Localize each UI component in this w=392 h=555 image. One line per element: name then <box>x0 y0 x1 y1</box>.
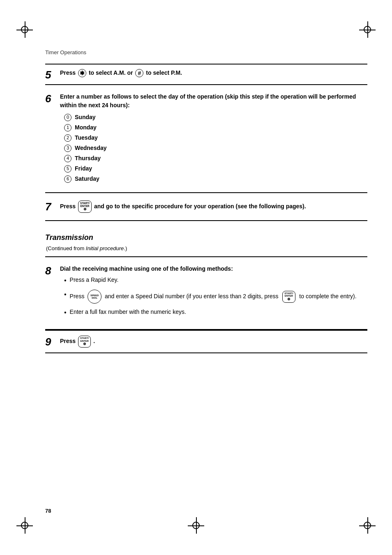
list-item: 0 Sunday <box>64 113 367 122</box>
transmission-title: Transmission <box>45 233 367 242</box>
step-8-row: 8 Dial the receiving machine using one o… <box>45 265 367 322</box>
day-list: 0 Sunday 1 Monday 2 Tuesday <box>64 113 367 183</box>
step-6-row: 6 Enter a number as follows to select th… <box>45 92 367 185</box>
day-sunday: Sunday <box>75 113 96 122</box>
step-6-text: Enter a number as follows to select the … <box>60 93 356 108</box>
bullet-1: Press a Rapid Key. <box>70 276 367 284</box>
step-9-text-after: . <box>93 338 95 344</box>
day-num-0: 0 <box>64 114 71 121</box>
reg-mark-bottom-right <box>359 517 376 534</box>
bullet-2: Press SPEED DIAL and enter a Speed Dial … <box>70 290 367 304</box>
day-num-1: 1 <box>64 124 71 131</box>
step-6-inner: 6 Enter a number as follows to select th… <box>45 89 367 188</box>
step-8-box: 8 Dial the receiving machine using one o… <box>45 256 367 330</box>
step-7-number: 7 <box>45 200 60 212</box>
step-5-text-middle: to select A.M. or <box>89 69 135 76</box>
reg-mark-bottom-center <box>188 517 204 534</box>
start-enter-button-9: START/ ENTER ⊕ <box>78 336 91 348</box>
step-8-content: Dial the receiving machine using one of … <box>60 265 367 322</box>
page-number: 78 <box>45 508 51 514</box>
header-label: Timer Operations <box>45 49 367 55</box>
step-7-content: Press START/ ENTER ⊕ and go to the speci… <box>60 200 367 213</box>
step-8-text: Dial the receiving machine using one of … <box>60 265 233 272</box>
hash-key-icon: # <box>135 69 143 77</box>
subtitle-italic: Initial procedure <box>86 245 124 251</box>
step-7-inner: 7 Press START/ ENTER ⊕ and go to the spe… <box>45 197 367 216</box>
step-7-text-after: and go to the specific procedure for you… <box>94 203 306 210</box>
step-8-inner: 8 Dial the receiving machine using one o… <box>45 261 367 325</box>
list-item: 1 Monday <box>64 123 367 132</box>
step-7-box: 7 Press START/ ENTER ⊕ and go to the spe… <box>45 193 367 221</box>
step-8-number: 8 <box>45 265 60 276</box>
step-5-text-after: to select P.M. <box>146 69 182 76</box>
section-gap <box>45 221 367 229</box>
reg-mark-top-left <box>16 21 33 38</box>
star-key-icon: ✱ <box>78 69 86 77</box>
day-num-3: 3 <box>64 145 71 152</box>
step-9-text-before: Press <box>60 338 77 344</box>
bullet-3: Enter a full fax number with the numeric… <box>70 308 367 316</box>
step-6-number: 6 <box>45 92 60 104</box>
day-num-2: 2 <box>64 134 71 142</box>
step-9-content: Press START/ ENTER ⊕ . <box>60 336 367 348</box>
list-item: 3 Wednesday <box>64 144 367 152</box>
list-item: 6 Saturday <box>64 175 367 183</box>
day-num-6: 6 <box>64 175 71 183</box>
list-item: Enter a full fax number with the numeric… <box>64 308 367 318</box>
day-friday: Friday <box>75 164 92 173</box>
list-item: Press SPEED DIAL and enter a Speed Dial … <box>64 290 367 304</box>
start-enter-button-8: START/ ENTER ⊕ <box>282 291 295 303</box>
list-item: 4 Thursday <box>64 154 367 163</box>
transmission-subtitle: (Continued from Initial procedure.) <box>46 245 367 251</box>
start-enter-button-7: START/ ENTER ⊕ <box>78 200 92 213</box>
reg-mark-top-right <box>359 21 376 38</box>
page: Timer Operations 5 Press ✱ to select A.M… <box>0 0 392 555</box>
speed-dial-icon: SPEED DIAL <box>88 290 101 304</box>
list-item: 5 Friday <box>64 164 367 173</box>
day-monday: Monday <box>75 123 97 132</box>
day-num-5: 5 <box>64 165 71 173</box>
subtitle-text-before: (Continued from <box>46 245 86 251</box>
day-saturday: Saturday <box>75 175 99 183</box>
reg-mark-bottom-left <box>16 517 33 534</box>
step-5-content: Press ✱ to select A.M. or # to select P.… <box>60 69 367 77</box>
list-item: 2 Tuesday <box>64 134 367 142</box>
step-5-number: 5 <box>45 69 60 80</box>
day-num-4: 4 <box>64 155 71 162</box>
step-9-number: 9 <box>45 336 60 347</box>
day-thursday: Thursday <box>75 154 101 163</box>
step-5-text-before: Press <box>60 69 77 76</box>
subtitle-text-end: .) <box>124 245 127 251</box>
day-tuesday: Tuesday <box>75 134 98 142</box>
step-5-row: 5 Press ✱ to select A.M. or # to select … <box>45 69 367 80</box>
page-content: Timer Operations 5 Press ✱ to select A.M… <box>45 49 367 353</box>
day-wednesday: Wednesday <box>75 144 107 152</box>
step-6-content: Enter a number as follows to select the … <box>60 92 367 185</box>
step-5-box: 5 Press ✱ to select A.M. or # to select … <box>45 64 367 85</box>
step-7-row: 7 Press START/ ENTER ⊕ and go to the spe… <box>45 200 367 213</box>
bullet-list: Press a Rapid Key. Press SPEED DIAL a <box>64 276 367 318</box>
step-6-box: 6 Enter a number as follows to select th… <box>45 85 367 193</box>
step-9-box: 9 Press START/ ENTER ⊕ . <box>45 330 367 353</box>
step-9-row: 9 Press START/ ENTER ⊕ . <box>45 336 367 348</box>
step-7-text-before: Press <box>60 203 77 210</box>
list-item: Press a Rapid Key. <box>64 276 367 286</box>
